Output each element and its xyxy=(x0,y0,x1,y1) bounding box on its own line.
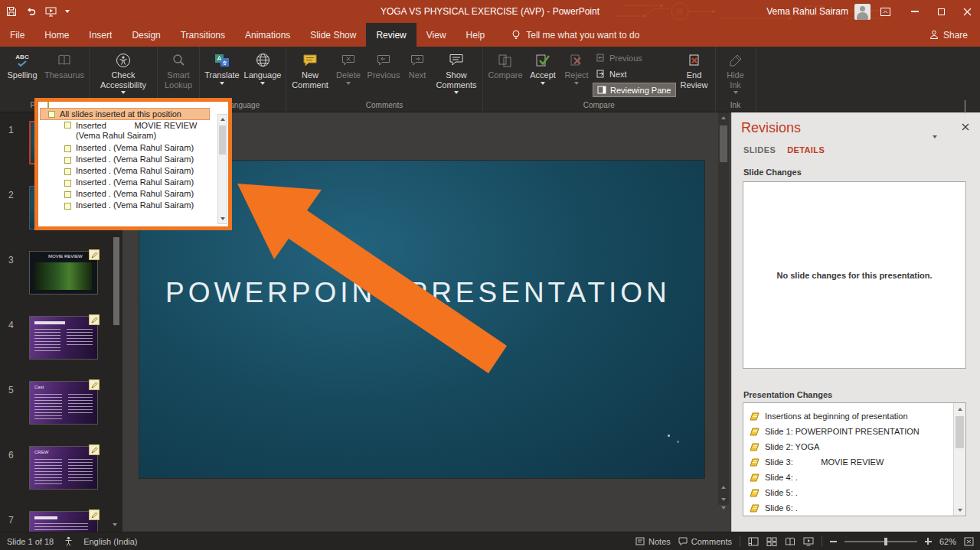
revision-option-item[interactable]: Inserted . (Vema Rahul Sairam) xyxy=(38,200,228,211)
zoom-slider[interactable] xyxy=(844,541,917,542)
scroll-up-icon[interactable] xyxy=(218,115,227,124)
spelling-button[interactable]: ABC Spelling xyxy=(2,47,42,100)
canvas-scrollbar-thumb[interactable] xyxy=(720,125,727,162)
checkbox-icon[interactable] xyxy=(64,145,71,152)
revision-option-item[interactable]: Inserted MOVIE REVIEW (Vema Rahul Sairam… xyxy=(38,120,228,142)
check-accessibility-button[interactable]: Check Accessibility xyxy=(92,47,155,100)
end-review-button[interactable]: End Review xyxy=(676,47,713,100)
zoom-level[interactable]: 62% xyxy=(939,537,956,546)
presentation-changes-scrollbar[interactable] xyxy=(953,403,965,516)
undo-icon[interactable] xyxy=(25,6,37,17)
tab-view[interactable]: View xyxy=(416,23,456,47)
scroll-up-icon[interactable] xyxy=(954,403,965,415)
save-icon[interactable] xyxy=(6,6,17,17)
scroll-down-icon[interactable] xyxy=(954,504,965,516)
tab-details[interactable]: DETAILS xyxy=(787,145,825,155)
ribbon-display-options-icon[interactable] xyxy=(880,6,891,18)
scroll-up-icon[interactable] xyxy=(718,112,729,123)
translate-button[interactable]: Translate xyxy=(202,47,242,100)
checkbox-icon[interactable] xyxy=(64,203,71,210)
revision-option-item[interactable]: Inserted . (Vema Rahul Sairam) xyxy=(38,154,228,165)
revision-option-item[interactable]: Inserted . (Vema Rahul Sairam) xyxy=(38,142,228,154)
thumbnail-scroll-down-icon[interactable] xyxy=(113,516,117,529)
scrollbar-thumb[interactable] xyxy=(219,125,226,155)
previous-slide-button[interactable] xyxy=(721,478,726,492)
zoom-out-button[interactable] xyxy=(830,541,837,542)
tab-help[interactable]: Help xyxy=(456,23,495,47)
compare-button[interactable]: Compare xyxy=(485,47,525,100)
revision-list-item[interactable]: Slide 5: . xyxy=(750,485,952,500)
avatar[interactable] xyxy=(854,4,871,20)
revision-option-item[interactable]: Inserted . (Vema Rahul Sairam) xyxy=(38,165,228,177)
share-button[interactable]: Share xyxy=(917,23,980,47)
revision-list-item[interactable]: Slide 3: MOVIE REVIEW xyxy=(750,454,952,470)
checkbox-icon[interactable] xyxy=(48,111,55,118)
delete-comment-button[interactable]: Delete xyxy=(332,47,365,100)
tab-file[interactable]: File xyxy=(0,23,34,47)
checkbox-icon[interactable] xyxy=(47,102,49,108)
slide-title-text[interactable]: POWERPOINT PRESENTATION xyxy=(165,277,671,309)
tab-home[interactable]: Home xyxy=(34,23,79,47)
slide-thumbnail-5[interactable]: Cast xyxy=(29,381,98,425)
tab-design[interactable]: Design xyxy=(122,23,170,47)
zoom-slider-thumb[interactable] xyxy=(884,538,887,545)
show-comments-button[interactable]: Show Comments xyxy=(433,47,480,100)
thesaurus-button[interactable]: Thesaurus xyxy=(42,47,87,100)
revision-option-all-slides[interactable]: All slides inserted at this position xyxy=(40,108,210,120)
slide-thumbnail-4[interactable] xyxy=(29,316,98,360)
slide-thumbnail-6[interactable]: CREW xyxy=(29,446,98,490)
accept-button[interactable]: Accept xyxy=(525,47,560,100)
revision-marker-icon[interactable] xyxy=(89,314,100,325)
checkbox-icon[interactable] xyxy=(64,180,71,187)
revision-list-item[interactable]: Slide 1: POWERPOINT PRESENTATION xyxy=(750,424,952,439)
tab-slide-show[interactable]: Slide Show xyxy=(300,23,366,47)
next-slide-button[interactable] xyxy=(721,499,726,513)
zoom-in-button[interactable] xyxy=(925,538,932,545)
next-change-button[interactable]: Next xyxy=(593,67,676,81)
revision-marker-icon[interactable] xyxy=(89,444,100,455)
language-indicator[interactable]: English (India) xyxy=(83,537,137,546)
collapse-ribbon-button[interactable] xyxy=(965,101,972,109)
checkbox-icon[interactable] xyxy=(64,168,71,175)
fit-slide-to-window-button[interactable] xyxy=(964,537,974,546)
checkbox-icon[interactable] xyxy=(64,157,71,164)
revision-marker-icon[interactable] xyxy=(89,379,100,390)
previous-change-button[interactable]: Previous xyxy=(593,50,676,65)
checkbox-icon[interactable] xyxy=(64,191,71,198)
tab-animations[interactable]: Animations xyxy=(235,23,300,47)
revisions-pane-close-icon[interactable] xyxy=(962,123,969,131)
scroll-down-icon[interactable] xyxy=(218,214,227,223)
revision-marker-icon[interactable] xyxy=(89,249,100,260)
scrollbar-thumb[interactable] xyxy=(956,416,964,448)
close-button[interactable] xyxy=(954,0,980,23)
notes-toggle[interactable]: Notes xyxy=(635,537,671,546)
accessibility-status-icon[interactable] xyxy=(64,536,73,546)
hide-ink-button[interactable]: Hide Ink xyxy=(718,47,753,100)
thumbnail-scrollbar[interactable] xyxy=(113,237,119,325)
revision-list-item[interactable]: Slide 2: YOGA xyxy=(750,439,952,454)
comments-toggle[interactable]: Comments xyxy=(678,537,732,546)
tab-insert[interactable]: Insert xyxy=(79,23,122,47)
checkbox-icon[interactable] xyxy=(64,122,71,129)
maximize-button[interactable] xyxy=(928,0,954,23)
revision-list-item[interactable]: Slide 6: . xyxy=(750,500,952,516)
revision-list-item[interactable]: Insertions at beginning of presentation xyxy=(750,408,952,424)
next-comment-button[interactable]: Next xyxy=(402,47,433,100)
smart-lookup-button[interactable]: Smart Lookup xyxy=(160,47,197,100)
language-button[interactable]: Language xyxy=(242,47,283,100)
slide-sorter-view-button[interactable] xyxy=(766,537,777,546)
slide-thumbnail-7[interactable] xyxy=(29,511,98,532)
canvas-vertical-scrollbar[interactable] xyxy=(718,112,729,505)
tab-slides[interactable]: SLIDES xyxy=(743,145,776,155)
new-comment-button[interactable]: New Comment xyxy=(289,47,332,100)
revisions-pane-menu-chevron-icon[interactable] xyxy=(933,128,937,142)
minimize-button[interactable] xyxy=(902,0,928,23)
tab-transitions[interactable]: Transitions xyxy=(171,23,235,47)
revision-list-item[interactable]: Slide 4: . xyxy=(750,470,952,485)
account-name[interactable]: Vema Rahul Sairam xyxy=(766,6,848,17)
slide-thumbnail-3[interactable]: MOVIE REVIEW xyxy=(29,251,98,295)
customize-qat-chevron-icon[interactable] xyxy=(65,10,70,13)
start-slideshow-icon[interactable] xyxy=(45,6,57,17)
previous-comment-button[interactable]: Previous xyxy=(365,47,402,100)
revision-option-item[interactable]: Inserted . (Vema Rahul Sairam) xyxy=(38,177,228,188)
